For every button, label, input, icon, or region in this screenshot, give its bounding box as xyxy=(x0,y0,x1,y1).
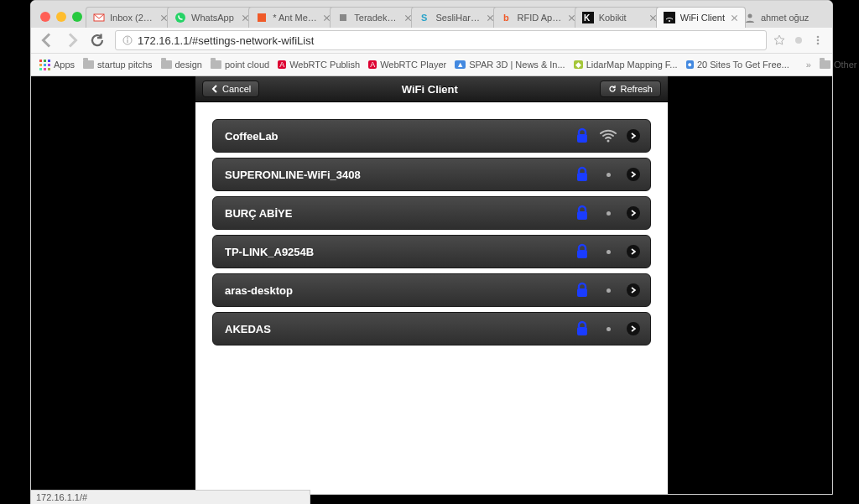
apps-button[interactable]: Apps xyxy=(39,60,75,70)
tab-inbox[interactable]: Inbox (28) - ah xyxy=(86,7,175,28)
status-bar: 172.16.1.1/# xyxy=(30,490,310,504)
bookmark-label: startup pitchs xyxy=(97,60,152,70)
svg-rect-22 xyxy=(44,64,46,66)
tab-wificlient[interactable]: WiFi Client xyxy=(656,7,746,28)
maximize-window-icon[interactable] xyxy=(72,12,82,22)
app-header: Cancel WiFi Client Refresh xyxy=(195,76,668,102)
reload-button[interactable] xyxy=(90,33,105,48)
folder-icon xyxy=(161,60,172,69)
overflow-icon[interactable]: » xyxy=(806,60,811,70)
lock-icon xyxy=(575,320,590,337)
lock-icon xyxy=(575,205,590,221)
bookmark-label: WebRTC Publish xyxy=(289,60,360,70)
chevron-right-icon[interactable] xyxy=(627,168,640,181)
wifi-signal-icon xyxy=(598,327,618,331)
gmail-icon xyxy=(93,12,105,23)
tab-antmedia[interactable]: * Ant Media | T xyxy=(248,7,338,28)
url-text: 172.16.1.1/#settings-network-wifiList xyxy=(138,34,314,47)
tab-rfid[interactable]: b RFID Applicatio xyxy=(493,7,583,28)
close-icon[interactable] xyxy=(731,14,738,22)
tab-label: * Ant Media | T xyxy=(273,13,318,23)
wifi-signal-icon xyxy=(598,173,618,177)
bookmark-label: LidarMap Mapping F... xyxy=(586,60,678,70)
lock-icon xyxy=(575,243,590,260)
bookmark-folder[interactable]: design xyxy=(161,60,202,70)
bookmark-label: point cloud xyxy=(225,60,269,70)
network-row[interactable]: TP-LINK_A9254B xyxy=(212,235,651,268)
app-root: Cancel WiFi Client Refresh CoffeeLabSUPE… xyxy=(195,76,668,494)
wifi-signal-icon xyxy=(598,288,618,293)
network-row[interactable]: aras-desktop xyxy=(212,273,651,307)
lock-icon xyxy=(575,127,590,144)
cancel-label: Cancel xyxy=(222,84,251,94)
bookmark-folder[interactable]: point cloud xyxy=(211,60,269,70)
folder-icon xyxy=(83,60,94,69)
extension-dot-icon[interactable] xyxy=(794,35,804,45)
chevron-right-icon[interactable] xyxy=(627,245,640,258)
rfid-icon: b xyxy=(501,12,513,23)
bookmark-item[interactable]: ▲SPAR 3D | News & In... xyxy=(455,60,565,70)
network-row[interactable]: SUPERONLINE-WiFi_3408 xyxy=(212,158,651,191)
forward-button[interactable] xyxy=(65,33,80,48)
bookmark-item[interactable]: ◆LidarMap Mapping F... xyxy=(574,60,678,70)
wifi-tab-icon xyxy=(664,12,675,23)
chevron-right-icon[interactable] xyxy=(627,322,640,335)
back-button[interactable] xyxy=(39,33,55,48)
bookmark-label: WebRTC Player xyxy=(380,60,446,70)
tab-teradek[interactable]: Teradek_VidiU xyxy=(330,7,419,28)
chevron-right-icon[interactable] xyxy=(627,129,640,143)
svg-rect-32 xyxy=(577,288,587,297)
svg-point-14 xyxy=(795,37,802,44)
menu-icon[interactable] xyxy=(812,34,824,46)
network-row[interactable]: BURÇ ABİYE xyxy=(212,196,651,230)
bookmark-item[interactable]: AWebRTC Player xyxy=(368,60,446,70)
svg-rect-21 xyxy=(39,64,42,66)
svg-rect-29 xyxy=(577,173,587,181)
lock-icon xyxy=(575,282,590,299)
url-input[interactable]: 172.16.1.1/#settings-network-wifiList xyxy=(115,30,767,50)
site-info-icon[interactable] xyxy=(122,35,133,45)
tab-label: Inbox (28) - ah xyxy=(110,13,155,23)
star-icon[interactable] xyxy=(773,34,785,46)
svg-point-15 xyxy=(817,36,820,39)
cancel-button[interactable]: Cancel xyxy=(202,81,259,97)
address-bar: 172.16.1.1/#settings-network-wifiList xyxy=(31,28,832,54)
network-row[interactable]: CoffeeLab xyxy=(212,119,651,153)
network-list: CoffeeLabSUPERONLINE-WiFi_3408BURÇ ABİYE… xyxy=(195,102,668,367)
network-ssid: TP-LINK_A9254B xyxy=(225,246,566,258)
svg-point-1 xyxy=(175,13,185,23)
svg-rect-19 xyxy=(44,60,46,62)
profile-name: ahmet oğuz xyxy=(761,13,809,23)
person-icon xyxy=(744,12,756,23)
refresh-button[interactable]: Refresh xyxy=(600,81,661,97)
tab-sesliharfler[interactable]: S SesliHarfler Ad xyxy=(411,7,501,28)
svg-point-9 xyxy=(669,20,670,22)
site-icon: ● xyxy=(686,60,694,69)
tab-kobikit[interactable]: K Kobikit xyxy=(575,7,664,28)
bookmark-item[interactable]: ●20 Sites To Get Free... xyxy=(686,60,789,70)
bookmark-item[interactable]: AWebRTC Publish xyxy=(278,60,360,70)
tab-label: WiFi Client xyxy=(680,13,726,23)
network-ssid: SUPERONLINE-WiFi_3408 xyxy=(225,169,566,181)
site-icon: ▲ xyxy=(455,60,466,69)
svg-point-13 xyxy=(127,37,128,39)
chevron-right-icon[interactable] xyxy=(627,283,640,297)
tab-whatsapp[interactable]: WhatsApp xyxy=(167,7,257,28)
refresh-icon xyxy=(608,85,617,93)
svg-rect-24 xyxy=(39,68,42,70)
svg-rect-26 xyxy=(48,68,50,70)
apps-icon xyxy=(39,60,50,70)
minimize-window-icon[interactable] xyxy=(56,12,66,22)
window-controls xyxy=(40,12,82,22)
kobikit-icon: K xyxy=(582,12,594,23)
other-bookmarks[interactable]: Other Bookmarks xyxy=(820,60,859,70)
site-icon: ◆ xyxy=(574,60,583,69)
lock-icon xyxy=(575,166,590,183)
bookmark-label: design xyxy=(175,60,202,70)
close-window-icon[interactable] xyxy=(40,12,50,22)
svg-point-28 xyxy=(607,140,610,143)
profile-chip[interactable]: ahmet oğuz xyxy=(737,8,825,28)
chevron-right-icon[interactable] xyxy=(627,206,640,220)
bookmark-folder[interactable]: startup pitchs xyxy=(83,60,152,70)
network-row[interactable]: AKEDAS xyxy=(212,312,651,346)
